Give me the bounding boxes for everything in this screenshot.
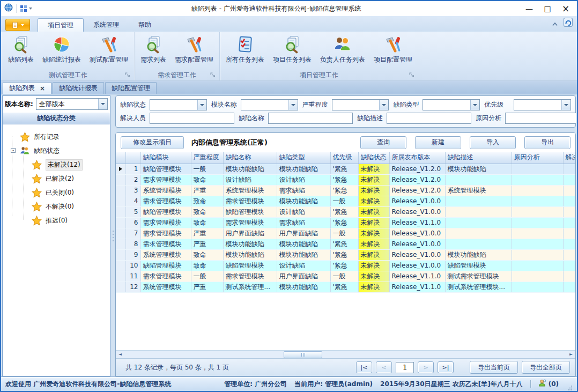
pager-nav-button[interactable]: > (418, 361, 434, 373)
table-row[interactable]: 7需求管理模块严重用户界面缺陷用户界面缺陷一般未解决Release_V1.0.0 (116, 228, 575, 239)
combo-dropdown-button[interactable] (197, 100, 206, 110)
column-header[interactable]: 优先级 (330, 152, 358, 164)
combo-dropdown-button[interactable] (98, 99, 107, 109)
filter-input[interactable] (387, 113, 471, 124)
ribbon-button[interactable]: 负责人任务列表 (316, 34, 369, 65)
document-tab[interactable]: 缺陷列表× (3, 82, 51, 94)
tree-collapse-icon[interactable]: - (11, 148, 16, 153)
ribbon-group: 需求列表需求配置管理需求管理工作 (134, 32, 219, 80)
table-row[interactable]: 3系统管理模块严重系统管理模块需求缺陷'紧急未解决Release_V1.2.0系… (116, 185, 575, 196)
ribbon-button[interactable]: 项目配置管理 (369, 34, 417, 65)
ribbon-button[interactable]: 需求配置管理 (171, 34, 218, 65)
data-cell: 系统管理模块 (140, 185, 191, 196)
pager-nav-button[interactable]: >| (438, 361, 454, 373)
ribbon-collapse-chevron-icon[interactable] (552, 18, 558, 28)
table-row[interactable]: 6需求管理模块致命需求管理模块需求缺陷'紧急未解决Release_V1.1.0 (116, 217, 575, 228)
dialog-launcher-icon[interactable] (210, 72, 216, 78)
filter-combobox[interactable] (332, 99, 389, 110)
column-header[interactable]: 缺陷模块 (140, 152, 191, 164)
sidebar-splitter[interactable] (110, 95, 115, 376)
table-row[interactable]: 11需求管理模块一般需求管理模块用户界面缺陷一般未解决Release_V1.1.… (116, 271, 575, 282)
version-combobox-value: 全部版本 (39, 100, 65, 109)
column-header[interactable]: 缺陷类型 (277, 152, 330, 164)
ribbon-group: 缺陷列表缺陷统计报表测试配置管理测试管理工作 (2, 32, 134, 80)
tree-item[interactable]: 不解决(0) (4, 199, 109, 213)
ribbon-button[interactable]: 所有任务列表 (221, 34, 269, 65)
filter-combobox[interactable] (150, 99, 207, 110)
ribbon-button[interactable]: 测试配置管理 (85, 34, 132, 65)
maximize-button[interactable]: □ (538, 3, 557, 14)
action-button-查询[interactable]: 查询 (360, 136, 406, 149)
export-all-pages-button[interactable]: 导出全部页 (522, 361, 570, 374)
ribbon-button[interactable]: 缺陷列表 (4, 34, 38, 65)
action-button-导出[interactable]: 导出 (524, 136, 570, 149)
combo-dropdown-button[interactable] (470, 100, 479, 110)
action-button-导入[interactable]: 导入 (470, 136, 516, 149)
combo-dropdown-button[interactable] (288, 100, 298, 110)
action-button-新建[interactable]: 新建 (415, 136, 461, 149)
table-row[interactable]: 1缺陷管理模块一般模块功能缺陷模块功能缺陷'紧急未解决Release_V1.2.… (116, 164, 575, 174)
ribbon-tab[interactable]: 帮助 (129, 18, 161, 32)
minimize-button[interactable]: — (520, 3, 538, 14)
tree-item[interactable]: 未解决(12) (4, 158, 109, 172)
tree-item[interactable]: 推迟(0) (4, 213, 109, 227)
scrollbar-track[interactable] (124, 351, 567, 359)
filter-input[interactable] (150, 113, 234, 124)
table-row[interactable]: 8需求管理模块严重模块功能缺陷模块功能缺陷'紧急未解决Release_V1.0.… (116, 239, 575, 249)
scroll-right-icon[interactable]: ► (567, 351, 575, 358)
column-header[interactable]: 严重程度 (191, 152, 223, 164)
version-combobox[interactable]: 全部版本 (36, 98, 108, 110)
star-icon (32, 188, 42, 198)
filter-input[interactable] (505, 113, 576, 124)
ribbon-button-label: 缺陷列表 (8, 55, 34, 64)
pager-nav-button[interactable]: |< (356, 361, 372, 373)
modify-columns-button[interactable]: 修改显示项目 (121, 136, 184, 149)
scrollbar-thumb[interactable] (284, 351, 322, 358)
quick-access-grid-icon[interactable] (20, 5, 32, 12)
ribbon-button[interactable]: 需求列表 (136, 34, 171, 65)
filter-combobox[interactable] (423, 99, 480, 110)
export-current-page-button[interactable]: 导出当前页 (470, 361, 518, 374)
ribbon-tab[interactable]: 系统管理 (84, 18, 129, 32)
document-tab[interactable]: 缺陷统计报表 (53, 82, 104, 94)
application-menu-button[interactable] (5, 19, 30, 31)
document-tab[interactable]: 缺陷配置管理 (105, 82, 157, 94)
scroll-left-icon[interactable]: ◄ (116, 351, 124, 358)
filter-combobox[interactable] (241, 99, 298, 110)
table-row[interactable]: 4需求管理模块致命需求管理模块模块功能缺陷一般未解决Release_V1.0.0 (116, 196, 575, 206)
tree-item[interactable]: 已关闭(0) (4, 186, 109, 199)
tools-icon (100, 35, 118, 54)
ribbon-button[interactable]: 缺陷统计报表 (38, 34, 85, 65)
combo-dropdown-button[interactable] (379, 100, 388, 110)
column-header[interactable]: 缺陷名称 (223, 152, 277, 164)
filter-combobox[interactable] (514, 99, 571, 110)
page-number-input[interactable] (396, 362, 414, 373)
table-row[interactable]: 9系统管理模块致命模块功能缺陷模块功能缺陷'紧急未解决Release_V1.0.… (116, 249, 575, 260)
column-header[interactable]: 所属发布版本 (389, 152, 445, 164)
column-header[interactable]: 缺陷状态 (358, 152, 389, 164)
table-row[interactable]: 5缺陷管理模块致命缺陷管理模块设计缺陷'紧急未解决Release_V1.0.0 (116, 206, 575, 217)
close-button[interactable]: × (557, 3, 575, 14)
tree-item[interactable]: -缺陷状态 (4, 144, 109, 158)
system-title: 内部信息管理系统(正常) (191, 138, 268, 147)
column-header[interactable]: 缺陷描述 (445, 152, 512, 164)
tree-item[interactable]: 所有记录 (4, 130, 109, 144)
pager-nav-button[interactable]: < (376, 361, 392, 373)
column-header[interactable]: 解决方法 (563, 152, 575, 164)
table-row[interactable]: 10缺陷管理模块致命缺陷管理模块设计缺陷'紧急未解决Release_V1.0.0… (116, 260, 575, 271)
ribbon-button[interactable]: 项目任务列表 (269, 34, 316, 65)
column-header[interactable]: 原因分析 (512, 152, 563, 164)
combo-dropdown-button[interactable] (561, 100, 570, 110)
version-label: 版本名称: (5, 100, 33, 109)
table-row[interactable]: 2需求管理模块致命设计缺陷设计缺陷'紧急未解决Release_V1.2.0 (116, 174, 575, 185)
table-row[interactable]: 12系统管理模块严重测试系统管理...模块功能缺陷'紧急未解决Release_V… (116, 282, 575, 292)
dialog-launcher-icon[interactable] (409, 72, 415, 78)
filter-input[interactable] (268, 113, 353, 124)
ribbon-help-switch-icon[interactable] (564, 18, 573, 29)
tab-close-icon[interactable]: × (40, 85, 45, 92)
horizontal-scrollbar[interactable]: ◄ ► (116, 350, 575, 358)
ribbon-tab[interactable]: 项目管理 (38, 18, 84, 32)
dialog-launcher-icon[interactable] (125, 72, 131, 78)
tree-item[interactable]: 已解决(2) (4, 172, 109, 186)
resize-grip[interactable] (567, 384, 573, 390)
